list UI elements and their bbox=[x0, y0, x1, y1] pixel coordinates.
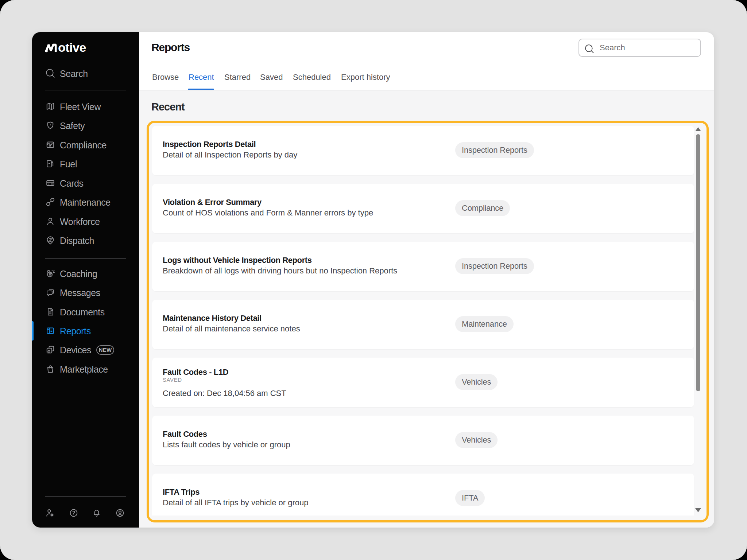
svg-text:otive: otive bbox=[58, 41, 86, 54]
